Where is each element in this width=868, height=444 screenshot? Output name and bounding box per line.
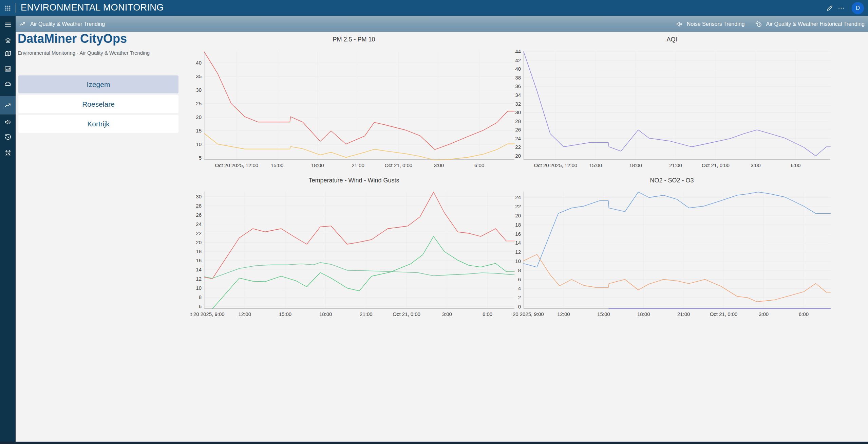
tab-air-quality-weather-trending[interactable]: Air Quality & Weather Trending (19, 16, 105, 32)
svg-text:25: 25 (196, 101, 202, 106)
svg-text:3:00: 3:00 (442, 311, 452, 317)
sidebar-item-map[interactable] (0, 46, 16, 61)
bottom-status-bar (0, 442, 868, 444)
svg-text:10: 10 (515, 258, 521, 264)
svg-text:6:00: 6:00 (791, 162, 800, 168)
list-item-kortrijk[interactable]: Kortrijk (18, 115, 178, 133)
app-grid-icon[interactable] (4, 4, 12, 12)
svg-text:12: 12 (196, 276, 202, 282)
svg-text:15: 15 (196, 128, 202, 134)
chart-title: NO2 - SO2 - O3 (511, 177, 833, 184)
svg-text:Oct 20 2025, 12:00: Oct 20 2025, 12:00 (534, 162, 578, 168)
city-list: Izegem Roeselare Kortrijk (18, 75, 178, 135)
svg-text:40: 40 (515, 66, 521, 72)
svg-text:Oct 20 2025, 9:00: Oct 20 2025, 9:00 (511, 311, 544, 317)
svg-text:Oct 21, 0:00: Oct 21, 0:00 (384, 162, 412, 168)
chart-temperature-wind-gusts[interactable]: Temperature - Wind - Wind Gusts 68101214… (190, 175, 518, 321)
user-avatar[interactable]: D (852, 2, 864, 14)
svg-text:22: 22 (196, 230, 202, 236)
tab-air-quality-weather-historical-trending[interactable]: Air Quality & Weather Historical Trendin… (755, 16, 865, 32)
svg-text:32: 32 (515, 101, 521, 107)
svg-text:20: 20 (515, 213, 521, 218)
trending-up-icon (19, 20, 26, 28)
alarm-clock-icon (4, 149, 12, 157)
svg-text:18:00: 18:00 (629, 162, 642, 168)
svg-text:6:00: 6:00 (483, 311, 492, 317)
svg-text:28: 28 (196, 203, 202, 209)
chart-title: AQI (511, 36, 833, 43)
sidebar-item-home[interactable] (0, 33, 16, 48)
svg-text:24: 24 (196, 221, 202, 227)
svg-text:6:00: 6:00 (799, 311, 809, 317)
svg-text:16: 16 (515, 231, 521, 237)
svg-text:14: 14 (196, 267, 202, 272)
svg-text:Oct 20 2025, 9:00: Oct 20 2025, 9:00 (190, 311, 225, 317)
svg-text:21:00: 21:00 (360, 311, 373, 317)
svg-text:18:00: 18:00 (637, 311, 650, 317)
map-icon (4, 50, 12, 58)
svg-text:12:00: 12:00 (557, 311, 570, 317)
sidebar-item-noise[interactable] (0, 114, 16, 129)
svg-text:20: 20 (196, 114, 202, 120)
svg-text:24: 24 (515, 136, 521, 141)
svg-text:28: 28 (515, 118, 521, 124)
sidebar-item-charts[interactable] (0, 61, 16, 76)
svg-text:20: 20 (515, 153, 521, 159)
svg-text:24: 24 (515, 194, 521, 200)
historical-clock-icon (755, 20, 762, 28)
history-icon (4, 133, 12, 141)
page-title: DataMiner CityOps (18, 32, 127, 46)
menu-icon (4, 21, 12, 29)
svg-text:20: 20 (196, 239, 202, 245)
tab-label: Air Quality & Weather Trending (30, 21, 105, 27)
sidebar-item-cloud[interactable] (0, 76, 16, 91)
svg-text:36: 36 (515, 83, 521, 89)
svg-text:12:00: 12:00 (238, 311, 251, 317)
sidebar-nav (0, 16, 16, 444)
svg-text:3:00: 3:00 (434, 162, 444, 168)
svg-text:26: 26 (196, 212, 202, 218)
tab-noise-sensors-trending[interactable]: Noise Sensors Trending (676, 16, 745, 32)
speaker-icon (676, 20, 683, 28)
more-ellipsis-icon[interactable] (835, 2, 847, 14)
svg-text:40: 40 (196, 60, 202, 66)
svg-text:6:00: 6:00 (474, 162, 484, 168)
svg-text:15:00: 15:00 (279, 311, 292, 317)
svg-text:10: 10 (196, 141, 202, 147)
topbar-actions: D (824, 0, 868, 16)
svg-text:22: 22 (515, 203, 521, 209)
svg-text:8: 8 (518, 267, 521, 273)
sidebar-menu-button[interactable] (0, 17, 16, 32)
svg-text:42: 42 (515, 57, 521, 63)
svg-text:35: 35 (196, 73, 202, 79)
edit-pencil-icon[interactable] (824, 2, 835, 14)
svg-text:2: 2 (518, 295, 521, 300)
sidebar-item-trending[interactable] (0, 98, 16, 113)
chart-pm25-pm10[interactable]: PM 2.5 - PM 10 510152025303540Oct 20 202… (190, 34, 518, 170)
list-item-roeselare[interactable]: Roeselare (18, 95, 178, 113)
svg-text:22: 22 (515, 144, 521, 150)
app-title: ENVIRONMENTAL MONITORING (21, 2, 164, 13)
sidebar-item-alarms[interactable] (0, 145, 16, 160)
list-item-izegem[interactable]: Izegem (18, 75, 178, 93)
svg-text:14: 14 (515, 240, 521, 246)
svg-text:Oct 21, 0:00: Oct 21, 0:00 (702, 162, 730, 168)
home-icon (4, 36, 12, 44)
chart-aqi[interactable]: AQI 20222426283032343638404244Oct 20 202… (511, 34, 868, 170)
svg-text:15:00: 15:00 (589, 162, 602, 168)
svg-text:30: 30 (196, 194, 202, 199)
cloud-icon (4, 80, 12, 88)
svg-text:Oct 21, 0:00: Oct 21, 0:00 (710, 311, 738, 317)
speaker-icon (4, 118, 12, 126)
tab-label: Air Quality & Weather Historical Trendin… (766, 21, 865, 27)
svg-text:10: 10 (196, 285, 202, 291)
svg-text:Oct 20 2025, 12:00: Oct 20 2025, 12:00 (215, 162, 259, 168)
toolbar-right-tabs: Noise Sensors Trending Air Quality & Wea… (676, 16, 865, 32)
svg-text:5: 5 (199, 155, 202, 161)
svg-text:12: 12 (515, 249, 521, 255)
sidebar-item-history[interactable] (0, 129, 16, 144)
svg-text:21:00: 21:00 (677, 311, 690, 317)
svg-text:21:00: 21:00 (669, 162, 682, 168)
svg-text:18: 18 (196, 248, 202, 254)
chart-no2-so2-o3[interactable]: NO2 - SO2 - O3 024681012141618202224Oct … (511, 175, 868, 321)
